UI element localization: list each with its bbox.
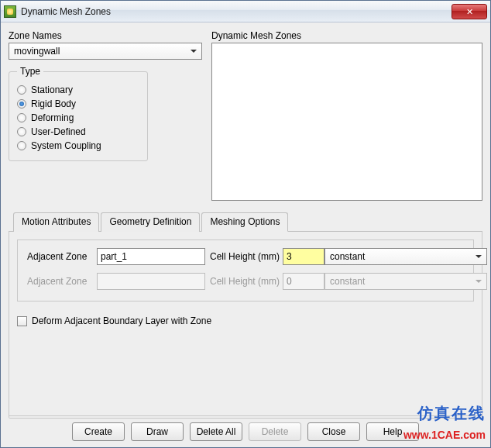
dialog-window: Dynamic Mesh Zones ✕ Zone Names movingwa… [0, 0, 491, 448]
button-bar: Create Draw Delete All Delete Close Help [9, 415, 482, 441]
close-button[interactable]: ✕ [452, 4, 487, 19]
cell-height-label-1: Cell Height (mm) [205, 251, 283, 262]
cell-height-mode-select-2: constant [324, 273, 487, 290]
adjacent-zone-label-1: Adjacent Zone [27, 251, 97, 262]
cell-height-input-2: 0 [283, 273, 324, 290]
content-area: Zone Names movingwall Type Stationary Ri… [1, 22, 490, 447]
radio-deforming[interactable]: Deforming [17, 112, 139, 123]
meshing-grid: Adjacent Zone part_1 Cell Height (mm) 3 … [17, 240, 474, 302]
chevron-down-icon [471, 249, 486, 264]
tab-motion-attributes[interactable]: Motion Attributes [13, 212, 99, 232]
app-icon [4, 5, 16, 18]
cell-height-input-1[interactable]: 3 [283, 248, 324, 265]
type-legend: Type [17, 66, 43, 77]
zone-names-label: Zone Names [9, 30, 202, 41]
cell-height-mode-select-1[interactable]: constant [324, 248, 487, 265]
create-button[interactable]: Create [72, 422, 125, 441]
tab-strip: Motion Attributes Geometry Definition Me… [9, 212, 482, 232]
dynamic-mesh-zones-list[interactable] [211, 43, 482, 201]
draw-button[interactable]: Draw [131, 422, 184, 441]
radio-stationary[interactable]: Stationary [17, 84, 139, 95]
chevron-down-icon [186, 43, 201, 59]
delete-button: Delete [249, 422, 301, 441]
cell-height-label-2: Cell Height (mm) [205, 276, 283, 287]
radio-icon [17, 141, 26, 150]
deform-checkbox-row[interactable]: Deform Adjacent Boundary Layer with Zone [17, 315, 474, 326]
radio-user-defined[interactable]: User-Defined [17, 126, 139, 137]
deform-checkbox-label: Deform Adjacent Boundary Layer with Zone [32, 315, 211, 326]
type-group: Type Stationary Rigid Body Deforming Use… [9, 66, 148, 161]
radio-rigid-body[interactable]: Rigid Body [17, 98, 139, 109]
close-dialog-button[interactable]: Close [307, 422, 360, 441]
checkbox-icon [17, 316, 27, 326]
zone-names-value: movingwall [14, 46, 60, 57]
tab-meshing-options[interactable]: Meshing Options [201, 212, 288, 232]
adjacent-zone-input-2 [97, 273, 205, 290]
radio-icon [17, 99, 26, 109]
chevron-down-icon [471, 274, 486, 289]
help-button[interactable]: Help [366, 422, 419, 441]
radio-system-coupling[interactable]: System Coupling [17, 140, 139, 151]
radio-icon [17, 127, 26, 136]
titlebar: Dynamic Mesh Zones ✕ [1, 1, 490, 22]
zone-names-combo[interactable]: movingwall [9, 43, 202, 60]
delete-all-button[interactable]: Delete All [190, 422, 242, 441]
tab-geometry-definition[interactable]: Geometry Definition [101, 212, 200, 232]
adjacent-zone-label-2: Adjacent Zone [27, 276, 97, 287]
dmz-label: Dynamic Mesh Zones [211, 30, 482, 41]
adjacent-zone-input-1[interactable]: part_1 [97, 248, 205, 265]
tab-panel: Adjacent Zone part_1 Cell Height (mm) 3 … [9, 232, 482, 419]
window-title: Dynamic Mesh Zones [21, 6, 452, 17]
radio-icon [17, 113, 26, 122]
radio-icon [17, 85, 26, 95]
